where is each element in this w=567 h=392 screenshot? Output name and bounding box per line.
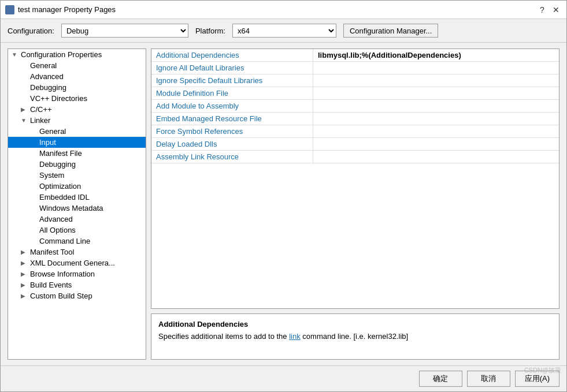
tree-label-embedded-idl: Embedded IDL <box>39 193 90 201</box>
prop-name-1: Ignore All Default Libraries <box>151 62 313 74</box>
prop-name-0: Additional Dependencies <box>151 49 313 61</box>
config-label: Configuration: <box>8 27 54 35</box>
prop-row-7[interactable]: Delay Loaded Dlls <box>151 138 559 151</box>
prop-value-3 <box>313 87 559 99</box>
tree-label-advanced: Advanced <box>30 72 64 81</box>
tree-item-custom-build[interactable]: ▶Custom Build Step <box>8 290 146 301</box>
description-panel: Additional Dependencies Specifies additi… <box>151 313 559 360</box>
platform-select[interactable]: x64 <box>232 24 336 38</box>
tree-item-linker-debugging[interactable]: Debugging <box>8 159 146 170</box>
tree-item-linker-general[interactable]: General <box>8 126 146 137</box>
tree-item-all-options[interactable]: All Options <box>8 225 146 236</box>
desc-text-part1: Specifies additional items to add to the <box>158 332 289 341</box>
prop-row-6[interactable]: Force Symbol References <box>151 125 559 138</box>
prop-value-7 <box>313 138 559 150</box>
prop-row-2[interactable]: Ignore Specific Default Libraries <box>151 74 559 87</box>
prop-name-3: Module Definition File <box>151 87 313 99</box>
tree-expand-custom-build: ▶ <box>21 293 29 299</box>
tree-item-debugging[interactable]: Debugging <box>8 82 146 93</box>
tree-label-linker: Linker <box>30 116 50 125</box>
cancel-button[interactable]: 取消 <box>467 371 510 387</box>
title-bar: test manager Property Pages ? ✕ <box>1 1 566 19</box>
tree-expand-manifest-tool: ▶ <box>21 249 29 255</box>
tree-label-linker-debugging: Debugging <box>39 160 76 169</box>
tree-label-all-options: All Options <box>39 226 76 234</box>
tree-item-xml-document[interactable]: ▶XML Document Genera... <box>8 257 146 268</box>
platform-label: Platform: <box>195 27 225 35</box>
tree-item-build-events[interactable]: ▶Build Events <box>8 279 146 290</box>
ok-button[interactable]: 确定 <box>419 371 462 387</box>
tree-item-linker-input[interactable]: Input <box>8 137 146 148</box>
tree-label-config-props: Configuration Properties <box>21 50 102 59</box>
prop-name-6: Force Symbol References <box>151 125 313 137</box>
tree-label-command-line: Command Line <box>39 237 90 245</box>
tree-item-manifest-tool[interactable]: ▶Manifest Tool <box>8 247 146 257</box>
prop-row-3[interactable]: Module Definition File <box>151 87 559 100</box>
tree-item-vc-directories[interactable]: VC++ Directories <box>8 93 146 104</box>
tree-item-system[interactable]: System <box>8 170 146 181</box>
title-bar-left: test manager Property Pages <box>5 5 116 14</box>
desc-link[interactable]: link <box>289 332 301 341</box>
tree-label-cpp: C/C++ <box>30 105 52 114</box>
tree-expand-config-props: ▼ <box>12 51 20 58</box>
prop-row-8[interactable]: Assembly Link Resource <box>151 151 559 163</box>
tree-item-windows-metadata[interactable]: Windows Metadata <box>8 203 146 214</box>
tree-label-general: General <box>30 61 57 70</box>
app-icon <box>5 5 14 14</box>
prop-value-5 <box>313 113 559 125</box>
tree-item-general[interactable]: General <box>8 60 146 71</box>
tree-expand-cpp: ▶ <box>21 106 29 113</box>
tree-panel: ▼Configuration PropertiesGeneralAdvanced… <box>8 48 146 360</box>
prop-value-1 <box>313 62 559 74</box>
tree-item-command-line[interactable]: Command Line <box>8 236 146 247</box>
tree-item-linker-advanced[interactable]: Advanced <box>8 214 146 225</box>
tree-expand-browse-info: ▶ <box>21 271 29 277</box>
configuration-select[interactable]: Debug <box>61 24 188 38</box>
tree-label-debugging: Debugging <box>30 83 66 92</box>
tree-label-manifest-tool: Manifest Tool <box>30 248 74 256</box>
tree-label-manifest-file: Manifest File <box>39 149 82 158</box>
tree-item-linker[interactable]: ▼Linker <box>8 115 146 126</box>
prop-row-4[interactable]: Add Module to Assembly <box>151 100 559 113</box>
tree-item-optimization[interactable]: Optimization <box>8 181 146 192</box>
config-manager-button[interactable]: Configuration Manager... <box>343 24 438 38</box>
prop-name-7: Delay Loaded Dlls <box>151 138 313 150</box>
tree-expand-linker: ▼ <box>21 117 29 124</box>
prop-value-6 <box>313 125 559 137</box>
tree-label-custom-build: Custom Build Step <box>30 292 92 300</box>
watermark: CSDN@故里 <box>524 366 561 375</box>
help-button[interactable]: ? <box>536 4 548 16</box>
close-button[interactable]: ✕ <box>550 4 562 16</box>
tree-item-embedded-idl[interactable]: Embedded IDL <box>8 192 146 203</box>
desc-text-part2: command line. [i.e. kernel32.lib] <box>301 332 408 341</box>
prop-row-0[interactable]: Additional Dependencieslibmysql.lib;%(Ad… <box>151 49 559 62</box>
prop-value-4 <box>313 100 559 112</box>
tree-label-linker-advanced: Advanced <box>39 215 73 223</box>
tree-label-windows-metadata: Windows Metadata <box>39 204 103 212</box>
tree-item-browse-info[interactable]: ▶Browse Information <box>8 268 146 279</box>
tree-item-advanced[interactable]: Advanced <box>8 71 146 82</box>
tree-item-config-props[interactable]: ▼Configuration Properties <box>8 49 146 60</box>
prop-name-2: Ignore Specific Default Libraries <box>151 74 313 87</box>
window-title: test manager Property Pages <box>18 5 116 14</box>
tree-label-linker-general: General <box>39 127 66 136</box>
description-title: Additional Dependencies <box>158 320 552 328</box>
prop-name-4: Add Module to Assembly <box>151 100 313 112</box>
prop-name-5: Embed Managed Resource File <box>151 113 313 125</box>
tree-label-browse-info: Browse Information <box>30 270 95 278</box>
properties-panel: Additional Dependencieslibmysql.lib;%(Ad… <box>151 48 559 309</box>
tree-item-cpp[interactable]: ▶C/C++ <box>8 104 146 115</box>
tree-label-linker-input: Input <box>39 138 56 147</box>
tree-label-optimization: Optimization <box>39 182 81 191</box>
title-bar-controls: ? ✕ <box>536 4 562 16</box>
tree-label-vc-directories: VC++ Directories <box>30 94 87 103</box>
main-content: ▼Configuration PropertiesGeneralAdvanced… <box>1 43 566 365</box>
prop-row-5[interactable]: Embed Managed Resource File <box>151 113 559 125</box>
prop-value-0: libmysql.lib;%(AdditionalDependencies) <box>313 49 559 61</box>
tree-expand-build-events: ▶ <box>21 282 29 288</box>
prop-value-8 <box>313 151 559 163</box>
tree-expand-xml-document: ▶ <box>21 260 29 266</box>
prop-row-1[interactable]: Ignore All Default Libraries <box>151 62 559 74</box>
tree-item-manifest-file[interactable]: Manifest File <box>8 148 146 159</box>
tree-label-xml-document: XML Document Genera... <box>30 259 115 267</box>
